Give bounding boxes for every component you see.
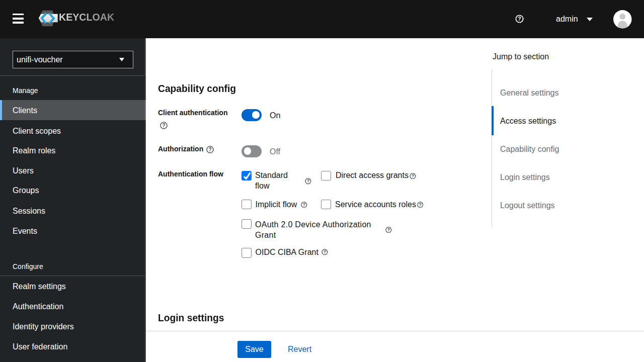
svg-text:?: ? [387,227,390,232]
svg-text:?: ? [412,173,414,178]
svg-text:?: ? [307,178,309,184]
svg-text:?: ? [162,123,165,129]
svg-text:?: ? [518,16,521,22]
svg-text:?: ? [303,202,305,207]
svg-text:?: ? [324,250,326,255]
svg-text:?: ? [208,147,211,152]
svg-text:?: ? [419,202,421,207]
